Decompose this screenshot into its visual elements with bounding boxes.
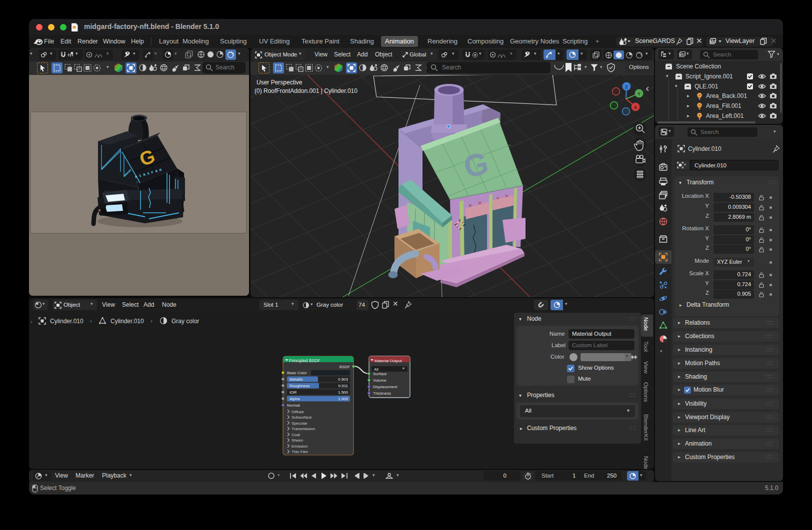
svg-text:Surface: Surface (373, 372, 387, 376)
svg-text:Alpha: Alpha (290, 397, 300, 401)
svg-text:Thickness: Thickness (373, 391, 391, 396)
svg-text:1.500: 1.500 (338, 390, 348, 395)
svg-text:Base Color: Base Color (287, 371, 307, 375)
svg-text:User Perspective: User Perspective (256, 79, 302, 86)
svg-text:Metallic: Metallic (290, 377, 303, 382)
svg-text:Volume: Volume (373, 378, 386, 383)
svg-text:All: All (374, 367, 378, 372)
svg-text:Specular: Specular (292, 421, 308, 426)
svg-text:1.000: 1.000 (338, 397, 348, 401)
svg-text:Emission: Emission (292, 444, 308, 449)
svg-text:Displacement: Displacement (373, 385, 398, 389)
svg-text:Sheen: Sheen (292, 438, 303, 443)
svg-text:Material Output: Material Output (374, 359, 402, 363)
svg-text:(0) RoofFrontAddon.001 | Cylin: (0) RoofFrontAddon.001 | Cylinder.010 (254, 87, 358, 94)
svg-text:Diffuse: Diffuse (292, 410, 304, 414)
svg-text:Z: Z (625, 84, 628, 89)
svg-text:BSDF: BSDF (340, 365, 350, 369)
svg-text:Principled BSDF: Principled BSDF (289, 358, 320, 363)
svg-text:0.503: 0.503 (338, 377, 348, 382)
svg-text:Normal: Normal (287, 403, 300, 408)
svg-text:Roughness: Roughness (290, 384, 310, 388)
svg-text:Subsurface: Subsurface (292, 415, 312, 420)
svg-text:Transmission: Transmission (292, 427, 315, 431)
svg-text:0.511: 0.511 (338, 384, 348, 388)
svg-text:Y: Y (638, 91, 640, 96)
svg-text:X: X (634, 105, 637, 110)
svg-text:IOR: IOR (290, 390, 296, 395)
svg-text:Coat: Coat (292, 433, 300, 437)
svg-text:Thin Film: Thin Film (292, 450, 308, 454)
